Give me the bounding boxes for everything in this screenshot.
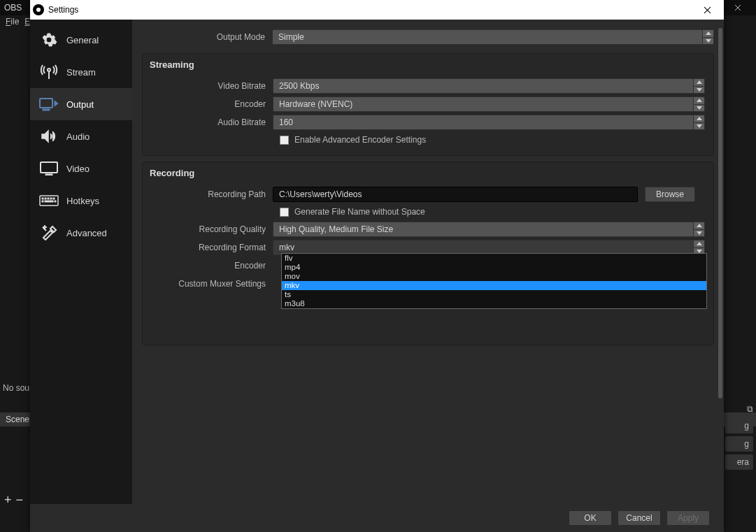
advanced-encoder-checkrow[interactable]: Enable Advanced Encoder Settings xyxy=(143,131,713,148)
spin-buttons[interactable] xyxy=(702,30,713,44)
streaming-heading: Streaming xyxy=(143,54,713,77)
streaming-panel: Streaming Video Bitrate 2500 Kbps Encode… xyxy=(142,53,714,156)
video-bitrate-value: 2500 Kbps xyxy=(279,81,319,91)
sidebar-item-stream[interactable]: Stream xyxy=(30,56,132,88)
svg-rect-3 xyxy=(45,174,52,175)
encoder-select[interactable]: Hardware (NVENC) xyxy=(273,96,705,112)
spin-down-icon[interactable] xyxy=(693,230,704,237)
spin-buttons[interactable] xyxy=(693,240,704,254)
dropdown-option-mp4[interactable]: mp4 xyxy=(282,263,706,272)
sidebar-item-output[interactable]: Output xyxy=(30,88,132,120)
svg-rect-0 xyxy=(40,99,52,108)
recording-format-value: mkv xyxy=(279,243,294,252)
spin-up-icon[interactable] xyxy=(693,79,704,87)
dialog-titlebar[interactable]: Settings xyxy=(30,0,724,20)
sidebar-item-label: Output xyxy=(66,99,94,110)
spin-down-icon[interactable] xyxy=(693,105,704,112)
svg-rect-9 xyxy=(53,198,55,199)
spin-buttons[interactable] xyxy=(693,79,704,93)
dropdown-option-flv[interactable]: flv xyxy=(282,254,706,263)
recording-format-label: Recording Format xyxy=(150,243,273,252)
svg-rect-1 xyxy=(43,109,50,110)
output-mode-value: Simple xyxy=(278,32,304,42)
obs-title-text: OBS xyxy=(4,3,22,13)
audio-bitrate-label: Audio Bitrate xyxy=(150,117,273,127)
recording-quality-select[interactable]: High Quality, Medium File Size xyxy=(273,222,705,237)
antenna-icon xyxy=(38,64,59,80)
sidebar-item-label: Stream xyxy=(66,67,96,78)
duplicate-icon[interactable]: ⧉ xyxy=(747,404,753,414)
recording-path-value: C:\Users\werty\Videos xyxy=(279,189,362,199)
settings-sidebar: General Stream Output Audio xyxy=(30,20,132,504)
sidebar-item-label: Advanced xyxy=(66,228,107,238)
advanced-encoder-checkbox[interactable] xyxy=(280,136,289,145)
speaker-icon xyxy=(38,128,59,145)
side-button-3[interactable]: era xyxy=(725,454,753,470)
svg-rect-11 xyxy=(45,201,53,202)
advanced-encoder-checklabel: Enable Advanced Encoder Settings xyxy=(294,135,426,145)
side-button-1[interactable]: g xyxy=(725,418,753,433)
main-close-button[interactable] xyxy=(724,0,752,15)
spin-down-icon[interactable] xyxy=(693,123,704,130)
settings-dialog: Settings General Stream xyxy=(30,0,724,532)
recording-panel: Recording Recording Path C:\Users\werty\… xyxy=(142,161,714,345)
content-scrollbar[interactable] xyxy=(718,28,722,398)
tools-icon xyxy=(38,224,59,241)
audio-bitrate-value: 160 xyxy=(279,117,293,127)
generate-filename-checkbox[interactable] xyxy=(280,208,289,217)
sidebar-item-label: Audio xyxy=(66,131,90,142)
sidebar-item-general[interactable]: General xyxy=(30,24,132,56)
apply-button[interactable]: Apply xyxy=(666,510,710,526)
spin-down-icon[interactable] xyxy=(693,87,704,94)
svg-rect-5 xyxy=(42,198,43,199)
audio-bitrate-select[interactable]: 160 xyxy=(273,115,705,130)
cancel-button[interactable]: Cancel xyxy=(618,510,661,526)
recording-path-label: Recording Path xyxy=(150,189,273,199)
spin-buttons[interactable] xyxy=(693,115,704,129)
spin-buttons[interactable] xyxy=(693,97,704,111)
sidebar-item-label: General xyxy=(66,35,99,45)
spin-down-icon[interactable] xyxy=(702,38,713,45)
dialog-footer: OK Cancel Apply xyxy=(30,504,724,532)
spin-buttons[interactable] xyxy=(693,222,704,236)
generate-filename-checklabel: Generate File Name without Space xyxy=(294,207,425,217)
spin-up-icon[interactable] xyxy=(693,115,704,123)
right-side-buttons: ⧉ g g era xyxy=(725,418,753,473)
sidebar-item-audio[interactable]: Audio xyxy=(30,120,132,152)
dropdown-option-mkv[interactable]: mkv xyxy=(282,281,706,290)
sidebar-item-hotkeys[interactable]: Hotkeys xyxy=(30,185,132,217)
obs-icon xyxy=(33,4,44,15)
dropdown-option-mov[interactable]: mov xyxy=(282,272,706,281)
settings-content: Output Mode Simple Streaming Video Bitra… xyxy=(132,20,724,504)
recording-encoder-label: Encoder xyxy=(150,261,273,271)
svg-rect-12 xyxy=(55,201,56,202)
sidebar-item-label: Video xyxy=(66,164,90,174)
remove-scene-button[interactable]: − xyxy=(16,493,24,508)
video-bitrate-label: Video Bitrate xyxy=(150,81,273,91)
dialog-close-button[interactable] xyxy=(693,0,721,20)
side-button-2[interactable]: g xyxy=(725,436,753,452)
ok-button[interactable]: OK xyxy=(569,510,612,526)
sidebar-item-advanced[interactable]: Advanced xyxy=(30,217,132,249)
svg-rect-6 xyxy=(45,198,46,199)
add-scene-button[interactable]: + xyxy=(4,493,12,508)
recording-path-input[interactable]: C:\Users\werty\Videos xyxy=(273,187,638,202)
recording-heading: Recording xyxy=(143,162,713,185)
spin-up-icon[interactable] xyxy=(693,222,704,230)
recording-format-dropdown[interactable]: flv mp4 mov mkv ts m3u8 xyxy=(281,253,707,309)
generate-filename-checkrow[interactable]: Generate File Name without Space xyxy=(143,203,713,220)
video-bitrate-input[interactable]: 2500 Kbps xyxy=(273,78,705,94)
spin-up-icon[interactable] xyxy=(702,30,713,38)
output-mode-select[interactable]: Simple xyxy=(272,29,714,45)
dialog-title-text: Settings xyxy=(48,5,78,15)
dropdown-option-ts[interactable]: ts xyxy=(282,290,706,299)
recording-quality-value: High Quality, Medium File Size xyxy=(279,224,393,234)
dropdown-option-m3u8[interactable]: m3u8 xyxy=(282,299,706,308)
sidebar-item-video[interactable]: Video xyxy=(30,152,132,185)
svg-rect-7 xyxy=(48,198,49,199)
browse-button[interactable]: Browse xyxy=(645,187,695,202)
spin-up-icon[interactable] xyxy=(693,97,704,105)
output-icon xyxy=(38,96,59,113)
spin-up-icon[interactable] xyxy=(693,240,704,248)
menu-file[interactable]: File xyxy=(6,17,19,27)
